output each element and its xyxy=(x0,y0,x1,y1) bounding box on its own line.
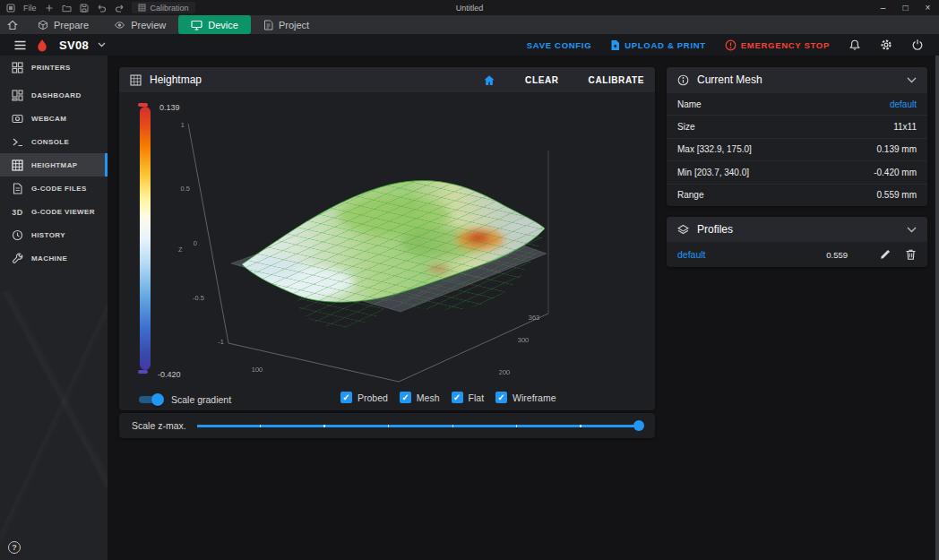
app-icon xyxy=(6,4,15,13)
sidebar-item-printers[interactable]: PRINTERS xyxy=(0,56,108,79)
redo-icon[interactable] xyxy=(115,4,125,13)
sidebar-item-console[interactable]: CONSOLE xyxy=(0,130,108,153)
dashboard-icon xyxy=(11,90,24,101)
help-button[interactable]: ? xyxy=(8,541,21,554)
option-probed[interactable]: ✓ Probed xyxy=(340,392,388,403)
heightmap-card: Heightmap CLEAR CALIBRATE 0.139 -0.420 xyxy=(119,67,655,410)
row-label: Size xyxy=(677,122,694,132)
scale-gradient-toggle[interactable] xyxy=(139,393,163,406)
mesh-row-size: Size 11x11 xyxy=(667,115,927,137)
sidebar-item-label: CONSOLE xyxy=(31,138,69,146)
tab-preview[interactable]: Preview xyxy=(101,15,178,34)
option-flat[interactable]: ✓ Flat xyxy=(452,392,485,403)
collapse-chevron-icon[interactable] xyxy=(907,227,917,233)
notifications-bell-icon[interactable] xyxy=(849,39,861,51)
heightmap-3d-plot[interactable]: 1 0.5 0 -0.5 -1 Z 100 200 300 363 xyxy=(170,92,654,384)
profile-range: 0.559 xyxy=(826,250,848,260)
fluidd-logo-icon xyxy=(36,39,48,52)
sidebar-item-gcode-files[interactable]: G-CODE FILES xyxy=(0,177,108,200)
wireframe-label: Wireframe xyxy=(513,392,556,403)
edit-pencil-icon[interactable] xyxy=(879,248,892,261)
home-tab[interactable] xyxy=(0,15,25,34)
menu-hamburger-icon[interactable] xyxy=(13,39,27,51)
sidebar-item-label: MACHINE xyxy=(31,254,67,263)
colorbar-max-cap xyxy=(138,103,148,107)
sidebar-item-machine[interactable]: MACHINE xyxy=(0,246,108,270)
page-scrollbar[interactable] xyxy=(935,34,939,560)
z-axis-label: Z xyxy=(178,246,183,254)
collapse-chevron-icon[interactable] xyxy=(907,77,917,83)
printer-select-chevron-icon[interactable] xyxy=(98,42,106,47)
row-value: 0.139 mm xyxy=(877,144,917,154)
row-value[interactable]: default xyxy=(890,99,917,109)
home-position-button[interactable] xyxy=(483,74,495,86)
sidebar-item-gcode-viewer[interactable]: 3D G-CODE VIEWER xyxy=(0,200,108,223)
tab-project[interactable]: Project xyxy=(251,15,322,34)
sidebar-item-dashboard[interactable]: DASHBOARD xyxy=(0,83,108,107)
heightmap-title: Heightmap xyxy=(150,73,202,86)
machine-wrench-icon xyxy=(11,253,24,264)
heightmap-colorbar xyxy=(138,103,152,374)
probed-label: Probed xyxy=(358,392,388,403)
clear-button[interactable]: CLEAR xyxy=(525,75,558,85)
calibrate-button[interactable]: CALIBRATE xyxy=(589,75,644,85)
grid-icon xyxy=(130,74,142,86)
sidebar-item-label: HISTORY xyxy=(31,231,65,239)
webcam-icon xyxy=(11,113,24,125)
tab-device[interactable]: Device xyxy=(178,15,251,34)
new-icon[interactable] xyxy=(45,4,54,13)
option-mesh[interactable]: ✓ Mesh xyxy=(400,392,440,403)
current-mesh-title: Current Mesh xyxy=(697,73,762,86)
sidebar-item-webcam[interactable]: WEBCAM xyxy=(0,107,108,130)
row-label: Max [332.9, 175.0] xyxy=(677,144,752,154)
check-icon: ✓ xyxy=(401,392,409,402)
slider-thumb[interactable] xyxy=(633,420,644,431)
probed-checkbox[interactable]: ✓ xyxy=(340,392,352,403)
eye-icon xyxy=(114,20,125,30)
save-config-label: SAVE CONFIG xyxy=(527,40,591,50)
toggle-thumb xyxy=(151,393,164,406)
undo-icon[interactable] xyxy=(97,4,107,13)
save-config-button[interactable]: SAVE CONFIG xyxy=(527,40,591,50)
minimize-button[interactable]: – xyxy=(872,0,894,15)
power-icon[interactable] xyxy=(911,39,924,51)
close-button[interactable]: × xyxy=(917,0,939,15)
mesh-checkbox[interactable]: ✓ xyxy=(400,392,411,403)
alert-circle-icon xyxy=(725,39,737,51)
monitor-icon xyxy=(191,20,202,30)
save-icon[interactable] xyxy=(80,4,89,13)
sidebar-item-heightmap[interactable]: HEIGHTMAP xyxy=(0,153,108,177)
current-mesh-header[interactable]: Current Mesh xyxy=(667,67,927,92)
z-tick: -0.5 xyxy=(193,294,204,302)
document-icon xyxy=(263,20,273,30)
sidebar-item-label: G-CODE FILES xyxy=(31,185,87,193)
profiles-header[interactable]: Profiles xyxy=(667,217,927,242)
calibration-tab[interactable]: Calibration xyxy=(132,2,195,13)
profile-name-link[interactable]: default xyxy=(677,249,813,260)
heightmap-card-header: Heightmap CLEAR CALIBRATE xyxy=(119,67,655,92)
flat-checkbox[interactable]: ✓ xyxy=(452,392,463,403)
scale-z-slider[interactable] xyxy=(197,419,642,432)
maximize-button[interactable]: □ xyxy=(894,0,917,15)
layers-icon xyxy=(677,224,689,236)
delete-trash-icon[interactable] xyxy=(905,248,917,261)
x-tick: 363 xyxy=(529,314,540,322)
check-icon: ✓ xyxy=(342,392,349,402)
settings-gear-icon[interactable] xyxy=(880,39,892,51)
option-wireframe[interactable]: ✓ Wireframe xyxy=(495,392,556,403)
tab-prepare[interactable]: Prepare xyxy=(25,15,101,34)
console-icon xyxy=(11,136,24,148)
sidebar-item-history[interactable]: HISTORY xyxy=(0,223,108,246)
wireframe-checkbox[interactable]: ✓ xyxy=(495,392,507,403)
file-menu[interactable]: File xyxy=(23,4,37,13)
slider-track[interactable] xyxy=(197,425,642,427)
row-label: Min [203.7, 340.0] xyxy=(677,168,749,177)
upload-print-button[interactable]: UPLOAD & PRINT xyxy=(610,39,706,51)
mesh-row-max: Max [332.9, 175.0] 0.139 mm xyxy=(667,138,927,160)
open-folder-icon[interactable] xyxy=(62,4,72,13)
x-tick: 300 xyxy=(518,336,530,344)
emergency-stop-button[interactable]: EMERGENCY STOP xyxy=(725,39,830,51)
colorbar-min-cap xyxy=(138,370,148,374)
mesh-label: Mesh xyxy=(417,392,440,403)
printer-name[interactable]: SV08 xyxy=(59,39,89,52)
